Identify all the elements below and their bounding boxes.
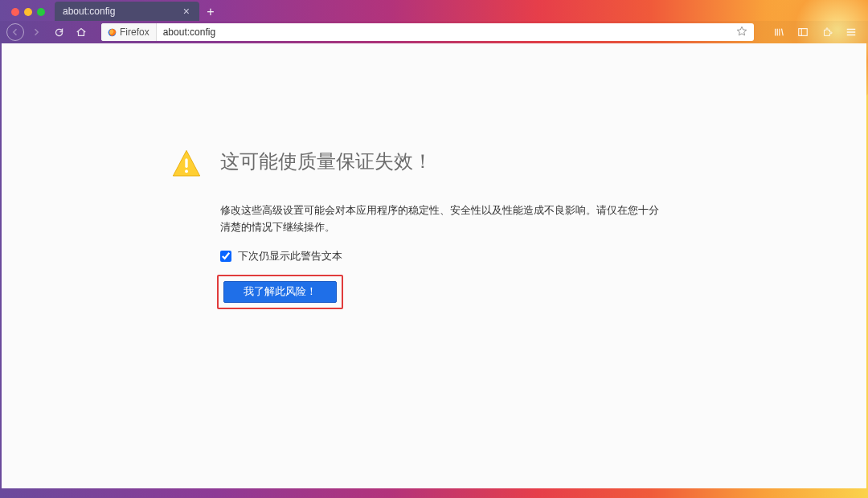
menu-button[interactable] <box>841 23 862 41</box>
window-minimize-button[interactable] <box>24 8 32 16</box>
svg-rect-3 <box>185 158 187 168</box>
firefox-icon <box>108 28 117 37</box>
window-traffic-lights <box>6 8 53 21</box>
star-icon <box>736 26 747 37</box>
tab-title: about:config <box>63 6 115 17</box>
svg-point-4 <box>185 169 188 173</box>
back-button[interactable] <box>6 23 24 41</box>
warning-title: 这可能使质量保证失效！ <box>220 148 432 175</box>
hamburger-icon <box>845 27 857 38</box>
svg-rect-1 <box>799 29 808 36</box>
tab-about-config[interactable]: about:config × <box>55 2 199 21</box>
library-button[interactable] <box>768 23 789 41</box>
show-warning-checkbox-input[interactable] <box>220 251 231 262</box>
arrow-right-icon <box>31 27 41 37</box>
sidebar-icon <box>797 27 809 38</box>
checkbox-label: 下次仍显示此警告文本 <box>238 250 342 263</box>
warning-triangle-icon <box>170 148 203 180</box>
identity-label: Firefox <box>120 27 149 38</box>
sidebar-button[interactable] <box>792 23 813 41</box>
window-close-button[interactable] <box>11 8 19 16</box>
show-warning-checkbox[interactable]: 下次仍显示此警告文本 <box>220 250 669 263</box>
new-tab-button[interactable]: + <box>201 3 220 21</box>
url-text: about:config <box>157 27 730 38</box>
toolbar: Firefox about:config <box>0 21 868 43</box>
toolbar-right <box>760 23 862 41</box>
reload-icon <box>54 27 64 38</box>
warning-body: 修改这些高级设置可能会对本应用程序的稳定性、安全性以及性能造成不良影响。请仅在您… <box>220 202 669 237</box>
reload-button[interactable] <box>48 23 69 41</box>
arrow-left-icon <box>10 27 20 37</box>
about-config-warning: 这可能使质量保证失效！ 修改这些高级设置可能会对本应用程序的稳定性、安全性以及性… <box>170 148 669 309</box>
site-identity[interactable]: Firefox <box>101 23 157 41</box>
home-button[interactable] <box>71 23 92 41</box>
forward-button[interactable] <box>26 23 47 41</box>
home-icon <box>76 27 87 38</box>
window-zoom-button[interactable] <box>37 8 45 16</box>
bookmark-star-button[interactable] <box>730 26 754 39</box>
addons-button[interactable] <box>817 23 837 41</box>
url-bar[interactable]: Firefox about:config <box>101 23 754 41</box>
accept-risk-button[interactable]: 我了解此风险！ <box>223 281 337 303</box>
accept-highlight: 我了解此风险！ <box>217 275 343 309</box>
content-area: 这可能使质量保证失效！ 修改这些高级设置可能会对本应用程序的稳定性、安全性以及性… <box>2 43 866 488</box>
puzzle-icon <box>821 27 833 38</box>
tab-close-button[interactable]: × <box>180 5 193 18</box>
library-icon <box>773 27 784 38</box>
tab-strip: about:config × + <box>0 0 868 21</box>
